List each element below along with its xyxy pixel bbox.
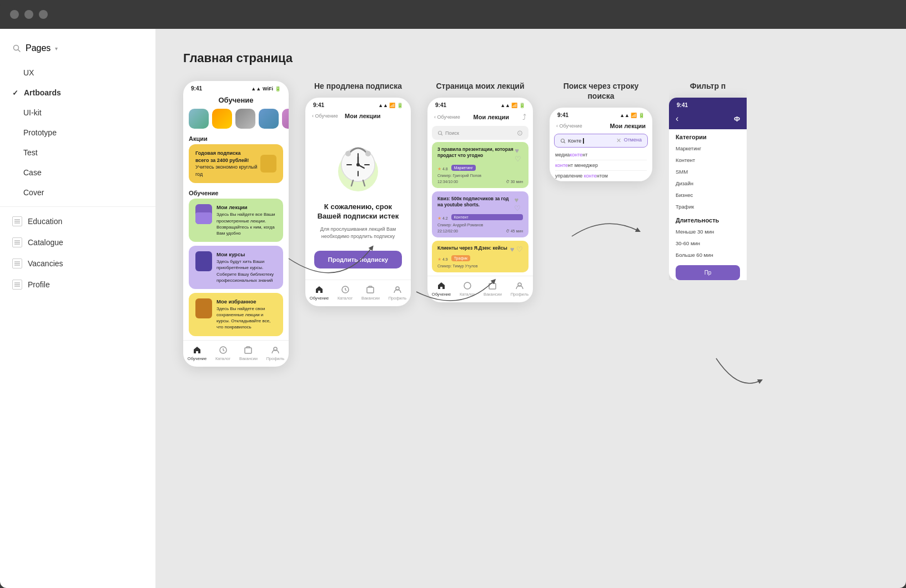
svg-line-28 [564, 142, 565, 143]
card-icon-2 [195, 251, 212, 271]
lecture-card-1[interactable]: 3 правила презентации, которая продаст ч… [432, 142, 528, 188]
frame-lectures: Страница моих лекций 9:41 ▲▲ 📶 🔋 ‹ Обуче… [427, 81, 533, 302]
statusbar-search: 9:41 ▲▲ 📶 🔋 [550, 108, 652, 120]
sidebar-divider [0, 206, 155, 207]
catalogue-icon [218, 345, 228, 355]
back-search-button[interactable]: ‹ Обучение [556, 123, 582, 129]
filter-traffic[interactable]: Трафик [669, 201, 747, 212]
sidebar-item-artboards[interactable]: ✓ Artboards [0, 83, 155, 102]
section-title: Главная страница [183, 51, 878, 65]
story-4[interactable] [259, 109, 279, 129]
pages-label: Pages [26, 43, 51, 53]
expired-title: К сожалению, срокВашей подписки истек [318, 202, 399, 221]
sidebar-item-uikit[interactable]: UI-kit [0, 103, 155, 122]
search-icon [12, 44, 21, 53]
suggestion-3[interactable]: управление контентом [555, 171, 647, 181]
filter-more60[interactable]: Больше 60 мин [669, 249, 747, 261]
lecture-card-2[interactable]: Квиз: 500к подписчиков за год на youtube… [432, 191, 528, 237]
filter-content[interactable]: Контент [669, 154, 747, 166]
sidebar-pages-header[interactable]: Pages ▾ [0, 39, 155, 62]
story-1[interactable] [189, 109, 209, 129]
obuchenie-label: Обучение [183, 187, 289, 199]
sidebar-item-vacancies[interactable]: Vacancies [0, 254, 155, 273]
sidebar-item-ux[interactable]: UX [0, 63, 155, 82]
card-icon-1 [195, 204, 212, 224]
page-icon [12, 216, 22, 226]
nav-edu-sub[interactable]: Обучение [310, 285, 329, 301]
aktsii-label: Акции [183, 133, 289, 144]
sidebar-item-case[interactable]: Case [0, 163, 155, 182]
story-3[interactable] [235, 109, 255, 129]
nav-vac-lec[interactable]: Вакансии [484, 281, 502, 297]
sidebar-item-cover[interactable]: Cover [0, 183, 155, 202]
content-area: Главная страница 9:41 ▲▲ WiFi 🔋 [155, 29, 906, 588]
promo-card[interactable]: Годовая подпискавсего за 2400 рублей!Учи… [189, 144, 283, 183]
chevron-icon: ▾ [55, 45, 58, 52]
sidebar-item-prototype[interactable]: Prototype [0, 123, 155, 142]
nav-vac-sub[interactable]: Вакансии [361, 285, 380, 301]
svg-point-14 [356, 163, 360, 166]
svg-rect-25 [489, 283, 496, 289]
nav-edu-lec[interactable]: Обучение [432, 281, 451, 297]
phone-search: 9:41 ▲▲ 📶 🔋 ‹ Обучение Мои лекции Конте [550, 108, 652, 181]
lecture-card-3[interactable]: Клиенты через Я.Дзен: кейсы ♥ ♡ ★4.9 Тра… [432, 241, 528, 272]
sidebar-item-profile[interactable]: Profile [0, 275, 155, 295]
apply-filter-button[interactable]: Пр [676, 265, 740, 280]
titlebar-dot-yellow[interactable] [24, 10, 33, 19]
suggestion-1[interactable]: медиаконтент [555, 150, 647, 160]
titlebar-dot-red[interactable] [10, 10, 19, 19]
bottom-nav-lec: Обучение Каталог Вакансии [427, 276, 533, 302]
statusbar-main: 9:41 ▲▲ WiFi 🔋 [183, 81, 289, 94]
nav-education[interactable]: Обучение [188, 345, 207, 361]
stories-row [183, 109, 289, 133]
statusbar-sub: 9:41 ▲▲ 📶 🔋 [305, 98, 411, 110]
nav-profile[interactable]: Профиль [266, 345, 284, 361]
nav-cat-sub[interactable]: Каталог [338, 285, 353, 301]
titlebar-dot-green[interactable] [39, 10, 48, 19]
card-my-lectures[interactable]: Мои лекции Здесь Вы найдете все Ваши про… [189, 199, 283, 242]
nav-catalogue[interactable]: Каталог [215, 345, 230, 361]
clock-illustration [328, 133, 389, 194]
profile-icon [270, 345, 280, 355]
nav-prof-lec[interactable]: Профиль [511, 281, 528, 297]
nav-prof-sub[interactable]: Профиль [389, 285, 406, 301]
svg-line-23 [441, 134, 442, 135]
filter-marketing[interactable]: Маркетинг [669, 143, 747, 154]
sidebar-item-catalogue[interactable]: Catalogue [0, 232, 155, 252]
back-lec-button[interactable]: ‹ Обучение [434, 114, 460, 120]
sidebar-item-test[interactable]: Test [0, 143, 155, 162]
story-5[interactable] [282, 109, 289, 129]
filter-header: ‹ Ф [669, 110, 747, 129]
renew-button[interactable]: Продлить подписку [314, 251, 402, 268]
nav-cat-lec[interactable]: Каталог [460, 281, 475, 297]
vacancies-icon [243, 345, 253, 355]
main-layout: Pages ▾ UX ✓ Artboards UI-kit Prototype … [0, 29, 906, 588]
frame-search: Поиск через строкупоиска 9:41 ▲▲ 📶 🔋 ‹ О… [550, 81, 652, 181]
filter-smm[interactable]: SMM [669, 166, 747, 178]
card-favorites[interactable]: Мое избранное Здесь Вы найдете свои сохр… [189, 293, 283, 336]
phone-main: 9:41 ▲▲ WiFi 🔋 Обучение [183, 81, 289, 367]
search-bar-lec[interactable]: Поиск ⊙ [432, 126, 528, 140]
frame-subscription: Не продлена подписка 9:41 ▲▲ 📶 🔋 ‹ Обуче… [305, 81, 411, 306]
nav-vacancies[interactable]: Вакансии [239, 345, 258, 361]
frame-label-lectures: Страница моих лекций [436, 81, 524, 91]
filter-design[interactable]: Дизайн [669, 178, 747, 189]
phone-subscription: 9:41 ▲▲ 📶 🔋 ‹ Обучение Мои лекции [305, 98, 411, 306]
story-2[interactable] [212, 109, 232, 129]
search-active-bar[interactable]: Конте ✕ Отмена [554, 134, 648, 148]
svg-line-1 [18, 50, 21, 52]
suggestion-2[interactable]: контент менеджер [555, 160, 647, 171]
back-button[interactable]: ‹ Обучение [312, 113, 338, 119]
home-icon [192, 345, 202, 355]
check-icon: ✓ [12, 89, 18, 97]
categories-title: Категории [669, 129, 747, 143]
filter-less30[interactable]: Меньше 30 мин [669, 226, 747, 237]
bottom-nav-main: Обучение Каталог [183, 340, 289, 367]
page-icon [12, 280, 22, 290]
svg-point-24 [464, 282, 471, 289]
sidebar-item-education[interactable]: Education [0, 211, 155, 231]
expired-content: К сожалению, срокВашей подписки истек Дл… [305, 121, 411, 277]
filter-business[interactable]: Бизнес [669, 189, 747, 201]
filter-30-60[interactable]: 30-60 мин [669, 237, 747, 249]
card-my-courses[interactable]: Мои курсы Здесь будут хить Ваши приобрет… [189, 246, 283, 289]
